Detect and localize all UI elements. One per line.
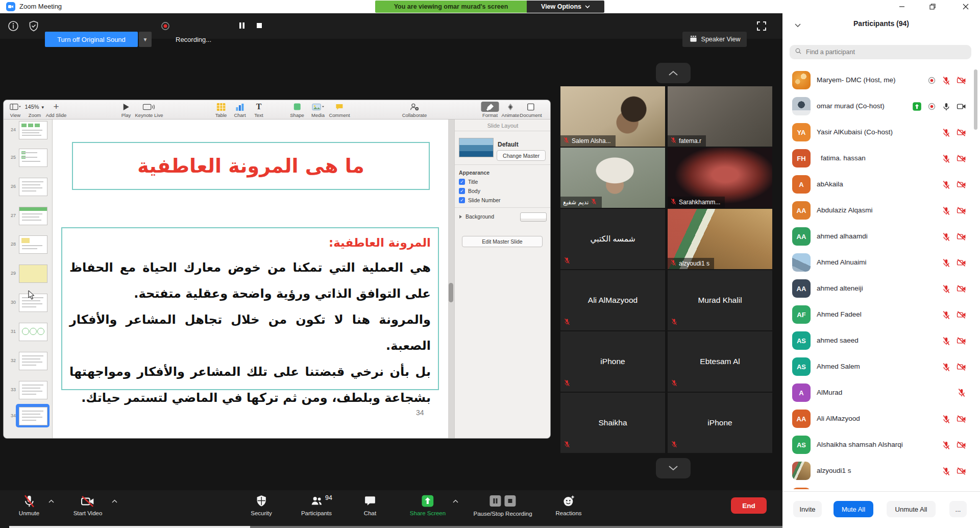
video-tile[interactable]: fatema.r [668,86,772,147]
video-tile[interactable]: Ali AlMazyood [560,270,665,330]
appearance-checkbox-body[interactable]: ✓Body [459,188,480,194]
keynote-toolbar-comment[interactable]: Comment [329,102,350,118]
stop-recording-icon[interactable] [255,21,263,32]
video-tile[interactable]: نديم شفيع [560,148,665,208]
participant-row[interactable]: AAAbdulaziz Alqasmi [782,198,980,224]
reactions-button[interactable]: Reactions [555,490,581,516]
participant-row[interactable]: Maryem- DMC (Host, me) [782,67,980,93]
pause-recording-icon[interactable] [489,495,501,509]
chevron-up-icon[interactable] [112,498,117,504]
chevron-up-icon[interactable] [453,498,458,504]
video-tile[interactable]: iPhone [668,393,772,453]
turn-off-original-sound-button[interactable]: Turn off Original Sound [45,32,138,47]
invite-button[interactable]: Invite [793,501,822,517]
keynote-toolbar-add-slide[interactable]: +Add Slide [46,102,67,118]
keynote-toolbar-text[interactable]: TText [254,102,263,118]
encryption-shield-icon[interactable] [28,20,40,34]
close-button[interactable] [951,0,980,13]
participants-scrollbar[interactable] [974,69,977,130]
slide-thumbnail-25[interactable] [19,149,47,167]
keynote-toolbar-zoom[interactable]: 145% ▼Zoom [24,102,44,118]
view-options-button[interactable]: View Options [527,1,604,13]
appearance-checkbox-slide-number[interactable]: ✓Slide Number [459,197,501,203]
slide-thumbnail-24[interactable] [19,121,47,139]
slide-thumbnail-33[interactable] [19,381,47,399]
slide-body-box[interactable]: المرونة العاطفية: هي العملية التي تمكنا … [61,227,439,390]
participant-row[interactable]: AAAli AlMazyood [782,406,980,432]
speaker-view-button[interactable]: Speaker View [682,32,747,47]
appearance-checkbox-title[interactable]: ✓Title [459,179,478,185]
master-slide-thumbnail[interactable] [459,138,494,157]
chevron-up-icon[interactable] [48,498,54,504]
participant-row[interactable]: Ahmed Alnuaimi [782,250,980,276]
slide-title-box[interactable]: ما هى المرونة العاطفية [72,142,430,190]
video-tile[interactable]: Shaikha [560,393,665,453]
keynote-toolbar-collaborate[interactable]: Collaborate [402,102,427,118]
security-button[interactable]: Security [251,490,272,516]
slide-thumbnail-34[interactable] [19,407,47,425]
participant-row[interactable] [782,484,980,489]
video-tile[interactable]: Sarahkhamm... [668,148,772,208]
video-tile[interactable]: iPhone [560,331,665,392]
participant-row[interactable]: AAahmed alhaamdi [782,224,980,250]
edit-master-slide-button[interactable]: Edit Master Slide [462,236,543,247]
participant-row[interactable]: FHfatima. hassan [782,146,980,172]
end-meeting-button[interactable]: End [731,497,767,514]
participant-row[interactable]: ASAlshaikha shamsah Alsharqi [782,432,980,458]
keynote-toolbar-animate[interactable]: Animate [502,102,520,118]
start-video-button[interactable]: Start Video [74,490,103,516]
more-options-button[interactable]: ... [949,501,967,517]
keynote-scrollbar-thumb[interactable] [449,283,453,302]
fullscreen-icon[interactable] [755,20,768,34]
participant-row[interactable]: AAahmed alteneiji [782,276,980,302]
restore-button[interactable] [921,0,944,13]
video-tile[interactable]: alzyoudi1 s [668,209,772,269]
keynote-toolbar-chart[interactable]: Chart [234,102,246,118]
pause-recording-icon[interactable] [238,21,246,32]
keynote-toolbar-play[interactable]: Play [121,102,131,118]
participant-row[interactable]: AabAkaila [782,172,980,198]
participant-search-box[interactable] [790,45,971,59]
keynote-toolbar-media[interactable]: Media [311,102,325,118]
keynote-scrollbar-track[interactable] [448,119,454,438]
pause-stop-recording-button[interactable]: Pause/Stop Recording [473,490,532,517]
unmute-button[interactable]: Unmute [19,490,39,516]
slide-thumbnail-29[interactable] [19,265,47,283]
slide-thumbnail-32[interactable] [19,352,47,370]
slide-thumbnail-31[interactable] [19,323,47,341]
participant-row[interactable]: omar murad (Co-host) [782,93,980,119]
participant-row[interactable]: ASahmed saeed [782,328,980,354]
video-strip-scroll-up-button[interactable] [656,63,691,83]
keynote-toolbar-keynote-live[interactable]: Keynote Live [135,102,163,118]
participant-row[interactable]: AAlMurad [782,380,980,406]
search-input[interactable] [805,48,955,56]
keynote-toolbar-view[interactable]: View [10,102,21,118]
slide-thumbnail-26[interactable] [19,178,47,196]
keynote-toolbar-table[interactable]: Table [215,102,227,118]
video-tile[interactable]: Salem Alsha... [560,86,665,147]
stop-recording-icon[interactable] [504,495,516,509]
video-tile[interactable]: Murad Khalil [668,270,772,330]
change-master-button[interactable]: Change Master [497,150,546,161]
chat-button[interactable]: Chat [364,490,377,516]
keynote-toolbar-format[interactable]: Format [481,102,499,118]
minimize-button[interactable] [890,0,914,13]
info-icon[interactable] [7,20,19,34]
slide-thumbnail-27[interactable] [19,207,47,225]
video-strip-scroll-down-button[interactable] [656,458,691,478]
video-tile[interactable]: شمسه الكتبي [560,209,665,269]
video-tile[interactable]: Ebtesam Al [668,331,772,392]
participant-row[interactable]: YAYasir AlKubaisi (Co-host) [782,119,980,146]
unmute-all-button[interactable]: Unmute All [887,501,936,517]
participant-row[interactable]: AFAhmed Fadeel [782,302,980,328]
slide-thumbnail-28[interactable] [19,235,47,254]
mute-all-button[interactable]: Mute All [834,501,873,517]
original-sound-dropdown[interactable]: ▼ [139,32,152,47]
participant-row[interactable]: ASAhmed Salem [782,354,980,380]
participant-row[interactable]: alzyoudi1 s [782,458,980,484]
keynote-toolbar-document[interactable]: Document [520,102,542,118]
share-screen-button[interactable]: Share Screen [410,490,446,516]
keynote-toolbar-shape[interactable]: Shape [290,102,304,118]
background-disclosure[interactable]: Background [459,213,494,220]
background-color-well[interactable] [520,212,547,222]
